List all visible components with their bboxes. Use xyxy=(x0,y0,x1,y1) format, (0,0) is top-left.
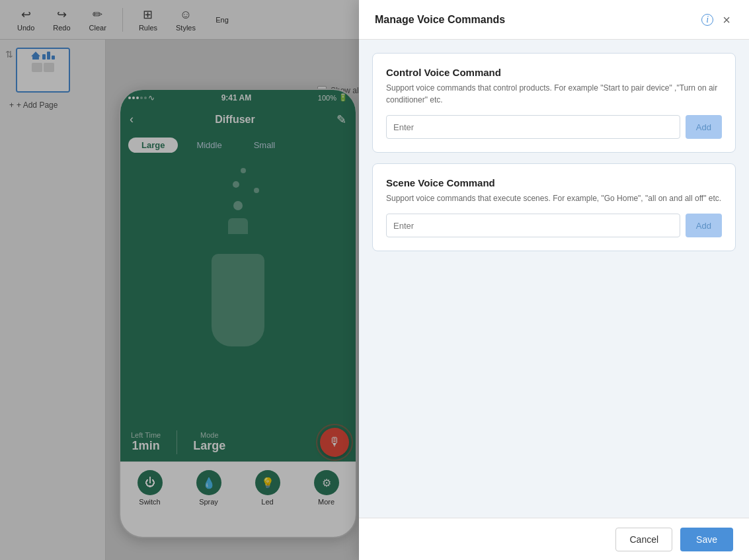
scene-section-title: Scene Voice Command xyxy=(386,177,722,188)
scene-add-button[interactable]: Add xyxy=(686,214,722,237)
modal-info-icon[interactable]: i xyxy=(701,14,713,26)
save-button[interactable]: Save xyxy=(680,528,733,551)
modal-footer: Cancel Save xyxy=(359,518,749,560)
scene-input-row: Add xyxy=(386,214,722,237)
scene-voice-section: Scene Voice Command Support voice comman… xyxy=(372,163,736,251)
modal-title: Manage Voice Commands xyxy=(375,14,695,26)
manage-voice-commands-modal: Manage Voice Commands i × Control Voice … xyxy=(359,0,749,560)
scene-voice-input[interactable] xyxy=(386,214,680,237)
control-voice-input[interactable] xyxy=(386,115,680,139)
control-input-row: Add xyxy=(386,115,722,139)
control-section-desc: Support voice commands that control prod… xyxy=(386,82,722,106)
control-add-button[interactable]: Add xyxy=(686,115,722,139)
modal-header: Manage Voice Commands i × xyxy=(359,0,749,40)
control-section-title: Control Voice Command xyxy=(386,67,722,78)
scene-section-desc: Support voice commands that execute scen… xyxy=(386,192,722,204)
control-voice-section: Control Voice Command Support voice comm… xyxy=(372,53,736,153)
cancel-button[interactable]: Cancel xyxy=(615,528,672,551)
modal-close-button[interactable]: × xyxy=(720,11,733,29)
modal-body: Control Voice Command Support voice comm… xyxy=(359,40,749,518)
